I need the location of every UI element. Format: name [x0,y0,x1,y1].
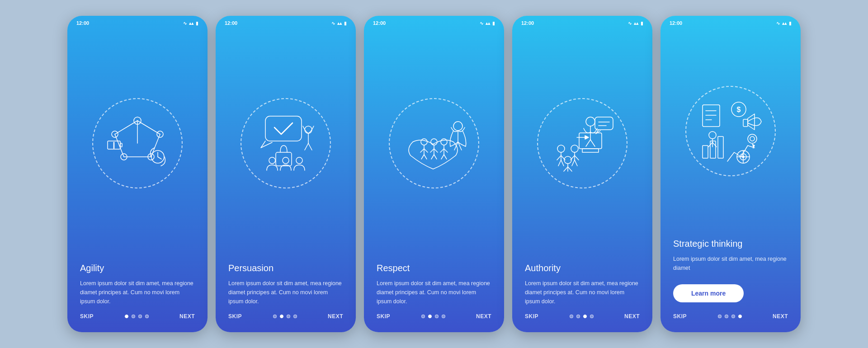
persuasion-icon [250,107,322,179]
svg-point-19 [269,157,275,164]
bottom-nav-5: SKIP NEXT [660,306,801,332]
dot-2-1 [273,315,277,318]
icon-area-5: $ [660,28,801,234]
svg-rect-53 [582,149,599,152]
skip-btn-2[interactable]: SKIP [228,313,242,320]
next-btn-4[interactable]: NEXT [624,313,640,320]
status-icons-2: ∿ ▴▴ ▮ [331,21,347,26]
wifi-icon-4: ∿ [628,21,632,26]
bottom-nav-2: SKIP NEXT [216,306,356,332]
dot-1-2 [132,315,135,318]
text-section-1: Agility Lorem ipsum dolor sit dim amet, … [67,259,208,306]
battery-icon-4: ▮ [641,21,643,26]
text-section-5: Strategic thinking Lorem ipsum dolor sit… [660,234,801,306]
svg-point-32 [431,139,437,145]
wifi-icon: ∿ [183,21,187,26]
svg-line-59 [557,155,561,160]
dot-2-3 [287,315,290,318]
svg-line-66 [575,155,579,160]
next-btn-5[interactable]: NEXT [773,313,788,320]
dashed-circle-3 [389,98,479,188]
icon-area-1 [67,28,208,259]
agility-icon [101,107,174,179]
svg-point-26 [421,139,427,145]
svg-rect-54 [595,117,613,130]
screen-title-2: Persuasion [228,263,343,273]
svg-line-51 [590,140,595,146]
dot-4-2 [576,315,580,318]
next-btn-1[interactable]: NEXT [179,313,195,320]
svg-point-48 [586,117,595,126]
svg-line-68 [575,160,577,166]
dot-4-4 [590,315,594,318]
svg-rect-87 [703,146,708,158]
svg-rect-74 [703,105,720,127]
svg-point-21 [296,157,302,164]
svg-line-5 [137,121,160,134]
skip-btn-3[interactable]: SKIP [377,313,390,320]
bottom-nav-4: SKIP NEXT [512,306,652,332]
dot-1-3 [138,315,142,318]
svg-rect-89 [718,136,723,158]
dashed-circle-2 [241,98,331,188]
svg-line-25 [308,143,312,150]
dashed-circle-4 [537,98,627,188]
screen-title-5: Strategic thinking [673,239,788,249]
wifi-icon-2: ∿ [331,21,335,26]
skip-btn-4[interactable]: SKIP [525,313,538,320]
svg-line-24 [305,143,308,150]
dot-2-4 [293,315,297,318]
svg-line-50 [586,140,590,146]
time-1: 12:00 [76,20,89,26]
svg-point-22 [305,126,312,133]
authority-icon [545,106,620,180]
dot-3-3 [435,315,439,318]
screen-body-2: Lorem ipsum dolor sit dim amet, mea regi… [228,279,343,306]
dots-2 [273,315,297,318]
screen-body-1: Lorem ipsum dolor sit dim amet, mea regi… [80,279,195,306]
svg-rect-17 [265,116,302,141]
svg-point-82 [750,136,755,141]
signal-icon-2: ▴▴ [337,21,342,26]
dot-3-1 [421,315,425,318]
wifi-icon-5: ∿ [776,21,780,26]
dot-3-2 [428,315,432,318]
svg-point-81 [748,134,757,143]
dot-4-1 [570,315,573,318]
respect-icon [397,106,472,180]
svg-line-36 [431,155,434,159]
signal-icon-5: ▴▴ [782,21,787,26]
icon-area-3 [364,28,504,259]
wifi-icon-3: ∿ [480,21,483,26]
time-2: 12:00 [225,20,237,26]
next-btn-3[interactable]: NEXT [476,313,491,320]
status-bar-5: 12:00 ∿ ▴▴ ▮ [660,16,801,28]
dots-4 [570,315,594,318]
status-icons-3: ∿ ▴▴ ▮ [480,21,495,26]
svg-point-44 [453,122,462,131]
status-bar-2: 12:00 ∿ ▴▴ ▮ [216,16,356,28]
learn-more-button[interactable]: Learn more [673,284,744,302]
screen-body-3: Lorem ipsum dolor sit dim amet, mea regi… [377,279,491,306]
battery-icon-3: ▮ [492,21,495,26]
svg-text:$: $ [736,106,741,113]
dot-4-3 [583,315,587,318]
bottom-nav-3: SKIP NEXT [364,306,504,332]
svg-line-71 [564,167,568,171]
text-section-2: Persuasion Lorem ipsum dolor sit dim ame… [216,259,356,306]
svg-line-61 [558,160,561,166]
svg-line-8 [115,134,124,157]
svg-line-29 [424,149,428,152]
phone-screen-2: 12:00 ∿ ▴▴ ▮ [216,16,356,332]
skip-btn-1[interactable]: SKIP [80,313,94,320]
time-4: 12:00 [521,20,534,26]
dot-5-3 [731,315,735,318]
time-3: 12:00 [373,20,386,26]
next-btn-2[interactable]: NEXT [328,313,343,320]
battery-icon: ▮ [196,21,198,26]
dashed-circle-1 [92,98,183,188]
skip-btn-5[interactable]: SKIP [673,313,687,320]
svg-line-16 [158,157,161,159]
svg-rect-18 [276,152,292,166]
svg-line-62 [561,160,564,166]
